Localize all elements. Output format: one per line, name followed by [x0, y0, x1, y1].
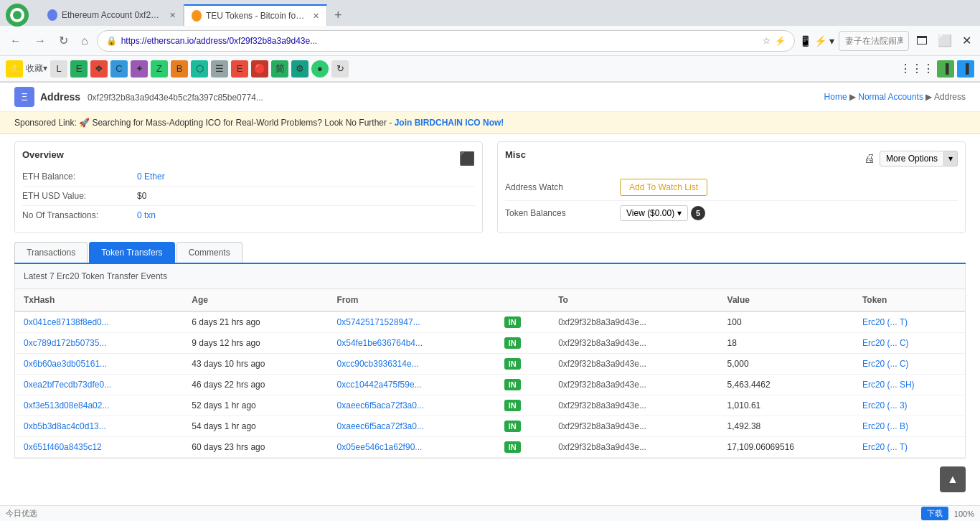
toolbar-e-red[interactable]: E	[231, 60, 248, 78]
cell-direction: IN	[496, 416, 550, 437]
close-window-icon[interactable]: ✕	[959, 34, 974, 47]
cell-value: 1,492.38	[719, 416, 854, 437]
more-options-dropdown-button[interactable]: ▾	[944, 151, 958, 166]
back-button[interactable]: ←	[6, 32, 26, 50]
cell-to: 0xf29f32b8a3a9d43e...	[550, 354, 718, 375]
toolbar-circle-red[interactable]: 🔴	[251, 60, 268, 78]
overview-panel: Overview ⬛ ETH Balance: 0 Ether ETH USD …	[14, 141, 483, 233]
col-direction	[496, 289, 550, 311]
tab-bar: Ethereum Account 0xf29f32b... ✕ TEU Toke…	[0, 0, 980, 26]
star-icon[interactable]: ☆	[763, 36, 771, 46]
dropdown-icon[interactable]: ▾	[829, 35, 834, 47]
tab-transactions[interactable]: Transactions	[14, 242, 88, 263]
new-tab-button[interactable]: +	[327, 8, 349, 23]
from-link[interactable]: 0x57425171528947...	[337, 317, 420, 327]
address-bar[interactable]: 🔒 ☆ ⚡	[97, 30, 795, 52]
table-header-text: Latest 7 Erc20 Token Transfer Events	[24, 271, 167, 281]
search-box[interactable]	[839, 31, 909, 51]
tab-teu[interactable]: TEU Tokens - Bitcoin for the... ✕	[184, 4, 327, 26]
misc-panel: Misc 🖨 More Options ▾ Address Watch Add …	[497, 141, 966, 233]
extend-icon[interactable]: ⚡	[814, 35, 826, 47]
toolbar-green-circle[interactable]: ●	[311, 60, 329, 78]
tab-close-eth[interactable]: ✕	[169, 11, 176, 20]
from-link[interactable]: 0xcc10442a475f59e...	[337, 380, 422, 390]
from-link[interactable]: 0xaeec6f5aca72f3a0...	[337, 400, 424, 410]
eth-balance-value: 0 Ether	[137, 172, 165, 182]
toolbar-e-green[interactable]: E	[70, 60, 88, 78]
txhash-link[interactable]: 0xf3e513d08e84a02...	[24, 400, 109, 410]
address-value: 0xf29f32b8a3a9d43e4b5c2fa397c85be0774...	[88, 93, 263, 103]
eth-usd-label: ETH USD Value:	[22, 191, 137, 201]
token-link[interactable]: Erc20 (... 3)	[862, 400, 908, 410]
bookmarks-icon[interactable]: ⭐	[6, 60, 23, 78]
toolbar-gear[interactable]: ⚙	[291, 60, 308, 78]
maximize-icon[interactable]: ⬜	[935, 34, 955, 47]
breadcrumb-normal-accounts[interactable]: Normal Accounts	[858, 92, 923, 102]
token-link[interactable]: Erc20 (... C)	[862, 359, 909, 369]
txhash-link[interactable]: 0x041ce87138f8ed0...	[24, 317, 109, 327]
view-balances-dropdown[interactable]: View ($0.00) ▾	[620, 205, 688, 221]
toolbar-refresh[interactable]: ↻	[331, 60, 349, 78]
breadcrumb-address: Address	[934, 92, 966, 102]
reload-button[interactable]: ↻	[55, 31, 72, 50]
nav-bar: ← → ↻ ⌂ 🔒 ☆ ⚡ 📱 ⚡ ▾ 🗖 ⬜ ✕	[0, 26, 980, 56]
cell-value: 17,109.06069516	[719, 437, 854, 458]
table-body: 0x041ce87138f8ed0... 6 days 21 hrs ago 0…	[15, 311, 965, 458]
toolbar-z[interactable]: Z	[151, 60, 168, 78]
toolbar-green-app[interactable]: ▐	[937, 60, 954, 78]
print-icon[interactable]: 🖨	[864, 152, 875, 165]
address-input[interactable]	[121, 36, 758, 46]
address-prefix: Address	[40, 91, 80, 103]
from-link[interactable]: 0x05ee546c1a62f90...	[337, 442, 423, 452]
cell-token: Erc20 (... 3)	[854, 395, 965, 416]
tab-close-teu[interactable]: ✕	[313, 11, 319, 21]
token-link[interactable]: Erc20 (... T)	[862, 442, 908, 452]
token-link[interactable]: Erc20 (... C)	[862, 338, 909, 348]
toolbar-c[interactable]: C	[110, 60, 128, 78]
from-link[interactable]: 0xaeec6f5aca72f3a0...	[337, 421, 424, 431]
toolbar-b[interactable]: B	[171, 60, 188, 78]
sponsored-link[interactable]: Join BIRDCHAIN ICO Now!	[395, 118, 504, 128]
table-row: 0x041ce87138f8ed0... 6 days 21 hrs ago 0…	[15, 311, 965, 333]
forward-button[interactable]: →	[30, 32, 50, 50]
browser-toolbar: ⭐ 收藏▾ L E ❖ C ✦ Z B ⬡ ☰ E 🔴 简 ⚙ ● ↻ ⋮⋮⋮ …	[0, 56, 980, 82]
cell-from: 0x05ee546c1a62f90...	[329, 437, 496, 458]
toolbar-blue-app[interactable]: ▐	[957, 60, 974, 78]
toolbar-apps-icon[interactable]: ⋮⋮⋮	[900, 62, 934, 75]
toolbar-simple[interactable]: 简	[271, 60, 288, 78]
breadcrumb-home[interactable]: Home	[824, 92, 847, 102]
txhash-link[interactable]: 0x6b60ae3db05161...	[24, 359, 107, 369]
token-link[interactable]: Erc20 (... B)	[862, 421, 908, 431]
table-row: 0x6b60ae3db05161... 43 days 10 hrs ago 0…	[15, 354, 965, 375]
toolbar-l[interactable]: L	[50, 60, 67, 78]
more-options-button[interactable]: More Options	[880, 151, 944, 166]
token-link[interactable]: Erc20 (... SH)	[862, 380, 915, 390]
cell-to: 0xf29f32b8a3a9d43e...	[550, 437, 718, 458]
cast-icon[interactable]: 📱	[799, 35, 811, 47]
cell-token: Erc20 (... SH)	[854, 375, 965, 395]
toolbar-diamond[interactable]: ❖	[90, 60, 108, 78]
txhash-link[interactable]: 0xea2bf7ecdb73dfe0...	[24, 380, 111, 390]
breadcrumb: Home ▶ Normal Accounts ▶ Address	[824, 92, 966, 102]
cell-token: Erc20 (... C)	[854, 354, 965, 375]
tab-ethereum[interactable]: Ethereum Account 0xf29f32b... ✕	[40, 4, 184, 26]
data-table: TxHash Age From To Value Token 0x041ce87…	[15, 289, 965, 458]
from-link[interactable]: 0x54fe1be636764b4...	[337, 338, 423, 348]
toolbar-star[interactable]: ✦	[131, 60, 148, 78]
from-link[interactable]: 0xcc90cb3936314e...	[337, 359, 419, 369]
tab-comments[interactable]: Comments	[176, 242, 242, 263]
cell-to: 0xf29f32b8a3a9d43e...	[550, 311, 718, 333]
qr-code-icon[interactable]: ⬛	[459, 151, 475, 166]
tab-label-eth: Ethereum Account 0xf29f32b...	[62, 10, 162, 20]
toolbar-hex[interactable]: ⬡	[191, 60, 208, 78]
add-to-watchlist-button[interactable]: Add To Watch List	[620, 179, 707, 196]
minimize-icon[interactable]: 🗖	[913, 34, 930, 47]
token-link[interactable]: Erc20 (... T)	[862, 317, 908, 327]
txhash-link[interactable]: 0xc789d172b50735...	[24, 338, 106, 348]
home-button[interactable]: ⌂	[77, 32, 93, 50]
toolbar-menu[interactable]: ☰	[211, 60, 228, 78]
search-input[interactable]	[845, 36, 903, 46]
tab-token-transfers[interactable]: Token Transfers	[89, 242, 174, 263]
txhash-link[interactable]: 0xb5b3d8ac4c0d13...	[24, 421, 106, 431]
txhash-link[interactable]: 0x651f460a8435c12	[24, 442, 102, 452]
